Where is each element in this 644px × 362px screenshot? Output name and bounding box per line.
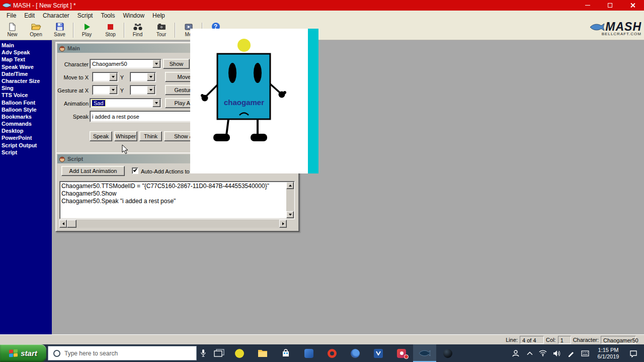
volume-icon[interactable] xyxy=(550,344,564,362)
scroll-up-button[interactable] xyxy=(286,182,294,189)
sidebar-item-date-time[interactable]: Date/Time xyxy=(2,70,52,77)
animation-combobox-arrow[interactable] xyxy=(152,99,160,107)
taskbar-app-blue[interactable] xyxy=(297,344,320,362)
sidebar-item-desktop[interactable]: Desktop xyxy=(2,127,52,134)
taskbar-app-red-ring[interactable] xyxy=(320,344,344,362)
network-wifi-icon[interactable] xyxy=(536,344,549,362)
show-button[interactable]: Show xyxy=(163,59,190,69)
sidebar-item-speak-wave[interactable]: Speak Wave xyxy=(2,63,52,70)
menu-file[interactable]: File xyxy=(3,11,20,20)
triangle-down-icon xyxy=(289,214,292,216)
menu-character[interactable]: Character xyxy=(39,11,73,20)
mash-face-icon xyxy=(59,156,65,162)
chevron-up-icon[interactable] xyxy=(524,344,535,362)
sidebar-item-script-output[interactable]: Script Output xyxy=(2,142,52,149)
sidebar-item-adv-speak[interactable]: Adv Speak xyxy=(2,49,52,56)
window-titlebar[interactable]: MASH - [ New Script ] * xyxy=(0,0,644,11)
close-button[interactable] xyxy=(621,0,644,11)
sidebar-item-tts-voice[interactable]: TTS Voice xyxy=(2,92,52,99)
sidebar-item-main[interactable]: Main xyxy=(2,42,52,49)
sidebar-navigation: Main Adv Speak Map Text Speak Wave Date/… xyxy=(0,40,52,334)
scroll-right-button[interactable] xyxy=(279,220,287,228)
vertical-scrollbar[interactable] xyxy=(286,182,294,218)
triangle-up-icon xyxy=(289,185,292,187)
sidebar-item-map-text[interactable]: Map Text xyxy=(2,56,52,63)
taskbar-app-browser-orb[interactable] xyxy=(344,344,367,362)
sidebar-item-bookmarks[interactable]: Bookmarks xyxy=(2,113,52,120)
horizontal-scrollbar[interactable] xyxy=(59,220,287,228)
sidebar-item-sing[interactable]: Sing xyxy=(2,84,52,92)
menu-help[interactable]: Help xyxy=(148,11,169,20)
scroll-down-button[interactable] xyxy=(286,211,294,218)
touch-keyboard-icon[interactable] xyxy=(579,344,592,362)
open-button[interactable]: Open xyxy=(24,21,48,40)
character-combobox[interactable]: Chaogamer50 xyxy=(90,59,162,69)
move-y-combobox[interactable] xyxy=(130,72,156,82)
agent-character[interactable]: chaogamer xyxy=(190,29,308,173)
gesture-y-combobox[interactable] xyxy=(130,85,156,95)
animation-combobox[interactable]: Sad xyxy=(90,98,162,108)
taskbar-search-box[interactable] xyxy=(48,346,197,360)
taskbar-app-dark-circle[interactable] xyxy=(436,344,459,362)
action-center-icon[interactable] xyxy=(625,344,642,362)
taskbar-app-photos[interactable] xyxy=(390,344,413,362)
speak-button[interactable]: Speak xyxy=(90,131,112,141)
people-icon[interactable] xyxy=(508,344,523,362)
play-button[interactable]: Play xyxy=(75,21,99,40)
mash-fish-icon xyxy=(419,350,431,356)
new-document-icon xyxy=(9,22,16,31)
tour-button[interactable]: Tour xyxy=(149,21,173,40)
search-input[interactable] xyxy=(64,350,180,357)
menu-window[interactable]: Window xyxy=(119,11,148,20)
think-button[interactable]: Think xyxy=(139,131,162,141)
sidebar-item-character-size[interactable]: Character Size xyxy=(2,77,52,84)
find-button[interactable]: Find xyxy=(126,21,149,40)
character-combobox-arrow[interactable] xyxy=(152,60,160,68)
animation-combobox-field[interactable]: Sad xyxy=(90,98,162,108)
taskbar-clock[interactable]: 1:15 PM 6/1/2019 xyxy=(593,347,624,360)
clock-time: 1:15 PM xyxy=(593,347,624,353)
triangle-left-icon xyxy=(62,222,64,225)
start-button[interactable]: start xyxy=(0,344,46,362)
start-button-label: start xyxy=(21,349,37,357)
move-y-arrow[interactable] xyxy=(147,73,155,81)
sidebar-item-balloon-font[interactable]: Balloon Font xyxy=(2,99,52,106)
sidebar-item-commands[interactable]: Commands xyxy=(2,120,52,127)
whisper-button[interactable]: Whisper xyxy=(114,131,137,141)
gesture-y-arrow[interactable] xyxy=(147,86,155,94)
sidebar-item-script[interactable]: Script xyxy=(2,149,52,156)
scrollbar-thumb[interactable] xyxy=(67,220,76,228)
sidebar-item-powerpoint[interactable]: PowerPoint xyxy=(2,134,52,141)
agent-canvas[interactable]: chaogamer xyxy=(190,29,308,173)
close-icon xyxy=(630,3,635,8)
minimize-button[interactable] xyxy=(576,0,599,11)
agent-character-window[interactable]: chaogamer xyxy=(190,29,318,173)
scroll-left-button[interactable] xyxy=(59,220,67,228)
stop-icon xyxy=(107,22,114,31)
menu-script[interactable]: Script xyxy=(73,11,97,20)
stop-button[interactable]: Stop xyxy=(99,21,122,40)
maximize-icon xyxy=(608,3,612,8)
microphone-icon[interactable] xyxy=(197,344,210,362)
toolbar-separator xyxy=(173,23,177,38)
menu-tools[interactable]: Tools xyxy=(97,11,119,20)
new-button[interactable]: New xyxy=(1,21,24,40)
menu-bar: File Edit Character Script Tools Window … xyxy=(0,11,644,21)
script-text-area[interactable]: Chaogamer50.TTSModelID = "{C77C5160-2867… xyxy=(59,181,295,219)
taskbar-app-v[interactable] xyxy=(367,344,390,362)
taskbar-app-file-explorer[interactable] xyxy=(251,344,274,362)
red-ring-icon xyxy=(328,349,337,358)
taskbar-app-ball[interactable] xyxy=(228,344,251,362)
pen-icon[interactable] xyxy=(565,344,578,362)
maximize-button[interactable] xyxy=(599,0,621,11)
taskbar-app-mash[interactable] xyxy=(413,344,436,362)
add-last-animation-button[interactable]: Add Last Animation xyxy=(61,166,125,176)
sidebar-item-balloon-style[interactable]: Balloon Style xyxy=(2,106,52,113)
taskbar-app-store[interactable] xyxy=(274,344,297,362)
character-combobox-value[interactable]: Chaogamer50 xyxy=(90,59,162,69)
menu-edit[interactable]: Edit xyxy=(20,11,39,20)
task-view-button[interactable] xyxy=(210,344,228,362)
chevron-down-icon xyxy=(155,63,158,65)
auto-add-checkbox[interactable] xyxy=(132,167,138,174)
save-button[interactable]: Save xyxy=(48,21,71,40)
